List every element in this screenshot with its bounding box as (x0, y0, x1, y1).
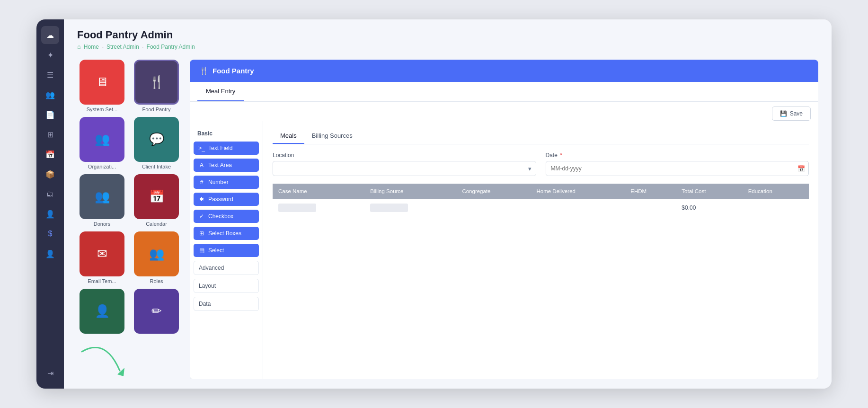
location-select[interactable] (273, 161, 536, 176)
palette-advanced[interactable]: Advanced (194, 261, 259, 275)
palette-text-field-label: Text Field (208, 145, 232, 151)
page-header: Food Pantry Admin ⌂ Home - Street Admin … (64, 19, 832, 55)
inner-tab-row: Meals Billing Sources (273, 128, 809, 144)
save-btn-row: 💾 Save (190, 102, 818, 121)
col-education: Education (743, 184, 809, 199)
select-icon: ▤ (198, 247, 205, 254)
tile-wrapper-roles: 👥 Roles (132, 231, 181, 284)
meals-table: Case Name Billing Source Congregate Home… (273, 184, 809, 217)
field-group-location: Location (273, 152, 536, 176)
palette-text-field[interactable]: >_ Text Field (194, 142, 259, 155)
fp-header-label: Food Pantry (213, 67, 254, 75)
app-tile-person-green[interactable]: 👤 (80, 289, 124, 334)
organizations-icon: 👥 (95, 132, 110, 147)
breadcrumb-home[interactable]: Home (84, 44, 99, 50)
app-tile-organizations[interactable]: 👥 (80, 117, 124, 162)
tab-row: Meal Entry (190, 82, 818, 102)
right-panel: 🍴 Food Pantry Meal Entry 💾 Save (190, 60, 818, 379)
breadcrumb-street-admin[interactable]: Street Admin (106, 44, 139, 50)
required-marker: * (560, 152, 562, 159)
app-tile-donors[interactable]: 👥 (80, 174, 124, 219)
sidebar-icon-dollar[interactable]: $ (41, 225, 59, 243)
component-palette: Basic >_ Text Field A Text Area # (190, 121, 263, 379)
cell-home-delivered (531, 199, 625, 217)
text-area-icon: A (198, 162, 205, 169)
app-grid-panel: 🖥 System Set... 🍴 Food Pantry 👥 (77, 60, 181, 379)
tile-wrapper-food-pantry: 🍴 Food Pantry (132, 60, 181, 112)
sidebar-icon-list[interactable]: ☰ (41, 66, 59, 84)
app-tile-design[interactable]: ✏ (134, 289, 179, 334)
location-select-wrapper (273, 161, 536, 176)
save-icon: 💾 (780, 110, 787, 117)
save-button[interactable]: 💾 Save (772, 106, 811, 121)
tile-wrapper-person-green: 👤 (77, 289, 127, 336)
app-tile-food-pantry[interactable]: 🍴 (134, 60, 179, 105)
app-tile-roles[interactable]: 👥 (134, 231, 179, 276)
palette-text-area[interactable]: A Text Area (194, 159, 259, 172)
app-tile-label-donors: Donors (94, 221, 110, 227)
password-icon: ✱ (198, 196, 205, 203)
sidebar-icon-useradd[interactable]: 👤 (41, 245, 59, 263)
sidebar-icon-table[interactable]: ⊞ (41, 125, 59, 143)
app-tile-email-templates[interactable]: ✉ (80, 231, 124, 276)
app-grid: 🖥 System Set... 🍴 Food Pantry 👥 (77, 60, 181, 336)
palette-number[interactable]: # Number (194, 176, 259, 189)
table-header-row: Case Name Billing Source Congregate Home… (273, 184, 809, 199)
col-ehdm: EHDM (625, 184, 676, 199)
tab-meal-entry[interactable]: Meal Entry (197, 82, 244, 101)
palette-select-boxes[interactable]: ⊞ Select Boxes (194, 227, 259, 240)
donors-icon: 👥 (95, 189, 110, 204)
palette-text-area-label: Text Area (208, 162, 232, 169)
palette-select-label: Select (208, 247, 224, 254)
tile-wrapper-email-templates: ✉ Email Tem... (77, 231, 127, 284)
email-icon: ✉ (97, 247, 107, 261)
sidebar-icon-star[interactable]: ✦ (41, 46, 59, 64)
palette-number-label: Number (208, 179, 229, 186)
palette-select[interactable]: ▤ Select (194, 244, 259, 257)
date-input[interactable] (546, 161, 809, 176)
palette-password[interactable]: ✱ Password (194, 193, 259, 206)
save-label: Save (790, 110, 803, 117)
app-tile-label-email-templates: Email Tem... (88, 278, 116, 284)
number-icon: # (198, 179, 205, 186)
design-icon: ✏ (151, 304, 162, 319)
table-row: $0.00 (273, 199, 809, 217)
tile-wrapper-design: ✏ (132, 289, 181, 336)
case-name-placeholder (278, 204, 316, 212)
billing-source-placeholder (370, 204, 408, 212)
breadcrumb-current: Food Pantry Admin (147, 44, 195, 50)
arrow-decoration (77, 347, 134, 385)
sidebar-icon-calendar[interactable]: 📅 (41, 145, 59, 163)
person-green-icon: 👤 (95, 304, 110, 319)
inner-tab-meals[interactable]: Meals (273, 128, 304, 144)
app-tile-calendar[interactable]: 📅 (134, 174, 179, 219)
app-tile-label-client-intake: Client Intake (142, 164, 171, 169)
palette-layout[interactable]: Layout (194, 279, 259, 293)
tile-wrapper-client-intake: 💬 Client Intake (132, 117, 181, 169)
cell-education (743, 199, 809, 217)
palette-basic-label: Basic (194, 128, 259, 139)
fp-header-icon: 🍴 (199, 66, 209, 75)
inner-tab-billing-sources[interactable]: Billing Sources (304, 128, 360, 144)
app-tile-label-organizations: Organizati... (88, 164, 116, 169)
tile-wrapper-donors: 👥 Donors (77, 174, 127, 227)
app-tile-client-intake[interactable]: 💬 (134, 117, 179, 162)
app-tile-label-calendar: Calendar (146, 221, 167, 227)
tile-wrapper-organizations: 👥 Organizati... (77, 117, 127, 169)
col-home-delivered: Home Delivered (531, 184, 625, 199)
sidebar-icon-box[interactable]: 📦 (41, 165, 59, 183)
palette-checkbox[interactable]: ✓ Checkbox (194, 210, 259, 223)
tile-wrapper-system-settings: 🖥 System Set... (77, 60, 127, 112)
sidebar-icon-cloud[interactable]: ☁ (41, 26, 59, 44)
sidebar-icon-file[interactable]: 🗂 (41, 185, 59, 203)
sidebar-icon-person[interactable]: 👤 (41, 205, 59, 223)
sidebar: ☁ ✦ ☰ 👥 📄 ⊞ 📅 📦 🗂 👤 $ 👤 ⇥ (36, 19, 64, 389)
sidebar-icon-users[interactable]: 👥 (41, 86, 59, 104)
field-row-location-date: Location Date (273, 152, 809, 176)
palette-data[interactable]: Data (194, 297, 259, 311)
system-settings-icon: 🖥 (96, 75, 108, 89)
cell-ehdm (625, 199, 676, 217)
sidebar-icon-logout[interactable]: ⇥ (41, 364, 59, 382)
sidebar-icon-doc[interactable]: 📄 (41, 106, 59, 124)
app-tile-system-settings[interactable]: 🖥 (80, 60, 124, 105)
